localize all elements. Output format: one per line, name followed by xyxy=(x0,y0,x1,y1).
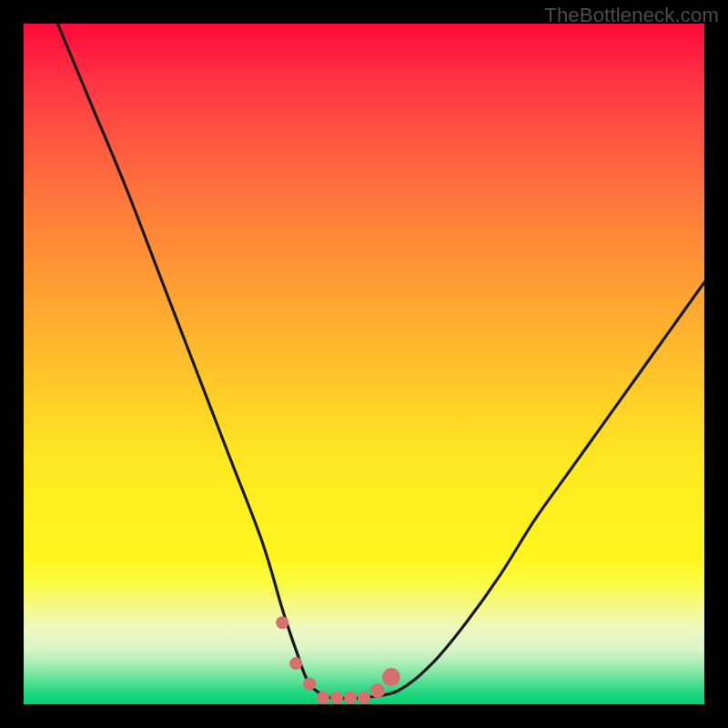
curve-group xyxy=(57,24,704,699)
bottleneck-curve-path xyxy=(57,24,704,699)
chart-svg xyxy=(24,24,704,704)
marker-dot xyxy=(358,692,370,704)
watermark-text: TheBottleneck.com xyxy=(544,4,719,27)
marker-dot xyxy=(289,657,302,670)
chart-frame: TheBottleneck.com xyxy=(0,0,728,728)
marker-dot xyxy=(370,683,385,698)
marker-dot xyxy=(382,668,400,686)
marker-dot xyxy=(276,616,288,629)
plot-area xyxy=(24,24,704,704)
marker-dot xyxy=(317,692,329,704)
marker-dot xyxy=(330,692,343,704)
marker-group xyxy=(276,616,400,703)
marker-dot xyxy=(303,678,316,691)
marker-dot xyxy=(344,692,357,704)
